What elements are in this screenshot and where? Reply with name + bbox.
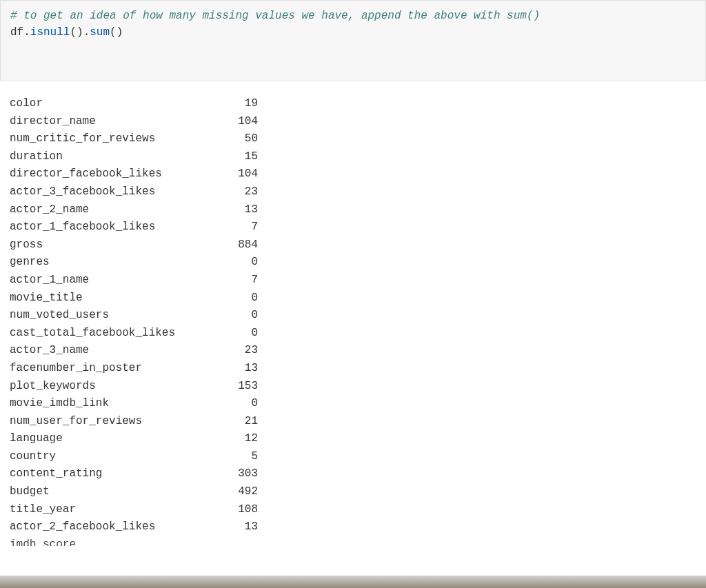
output-row: num_critic_for_reviews50 bbox=[10, 130, 696, 148]
code-method-1: isnull bbox=[30, 26, 70, 39]
output-column-name: cast_total_facebook_likes bbox=[10, 325, 203, 343]
output-row: num_voted_users0 bbox=[10, 307, 696, 325]
output-column-name: genres bbox=[10, 254, 203, 272]
output-column-name: color bbox=[10, 95, 203, 113]
output-row: actor_2_name13 bbox=[10, 201, 696, 219]
output-column-value: 23 bbox=[203, 342, 258, 360]
output-column-value: 15 bbox=[203, 148, 258, 166]
output-column-value: 50 bbox=[203, 130, 258, 148]
code-blank-line bbox=[10, 41, 696, 57]
output-column-value: 104 bbox=[203, 165, 258, 183]
output-row: movie_title0 bbox=[10, 290, 696, 307]
output-column-value: 492 bbox=[203, 483, 258, 501]
code-statement-line: df.isnull().sum() bbox=[10, 24, 696, 41]
code-variable: df bbox=[10, 26, 23, 39]
output-column-name: actor_3_facebook_likes bbox=[10, 183, 203, 201]
output-row: actor_3_name23 bbox=[10, 342, 696, 360]
output-column-value: 0 bbox=[203, 254, 258, 272]
output-column-value: 13 bbox=[203, 360, 258, 378]
window-bottom-edge bbox=[0, 576, 706, 588]
output-column-name: actor_1_facebook_likes bbox=[10, 219, 203, 236]
output-row: color19 bbox=[10, 95, 696, 113]
output-column-value: 153 bbox=[203, 378, 258, 396]
output-row: country5 bbox=[10, 448, 696, 466]
output-row: facenumber_in_poster13 bbox=[10, 360, 696, 378]
output-column-name: actor_2_facebook_likes bbox=[10, 518, 203, 536]
code-comment: # to get an idea of how many missing val… bbox=[10, 10, 540, 22]
output-column-value: 21 bbox=[203, 413, 258, 431]
output-column-name: facenumber_in_poster bbox=[10, 360, 203, 378]
output-row: duration15 bbox=[10, 148, 696, 166]
output-column-name: actor_1_name bbox=[10, 272, 203, 290]
output-row-partial: imdb_score bbox=[10, 536, 696, 546]
output-column-name: director_facebook_likes bbox=[10, 165, 203, 183]
output-row: language12 bbox=[10, 430, 696, 448]
output-column-value: 13 bbox=[203, 518, 258, 536]
output-column-value: 108 bbox=[203, 501, 258, 519]
output-row: genres0 bbox=[10, 254, 696, 272]
output-row: director_facebook_likes104 bbox=[10, 165, 696, 183]
output-row: actor_3_facebook_likes23 bbox=[10, 183, 696, 201]
output-column-name: language bbox=[10, 430, 203, 448]
output-column-name: num_user_for_reviews bbox=[10, 413, 203, 431]
output-row: budget492 bbox=[10, 483, 696, 501]
output-column-name: content_rating bbox=[10, 465, 203, 483]
output-row: actor_1_facebook_likes7 bbox=[10, 219, 696, 236]
output-column-name: director_name bbox=[10, 113, 203, 131]
code-comment-line: # to get an idea of how many missing val… bbox=[10, 8, 696, 24]
output-area: color19director_name104num_critic_for_re… bbox=[0, 81, 706, 546]
output-column-name: actor_3_name bbox=[10, 342, 203, 360]
output-column-value: 303 bbox=[203, 465, 258, 483]
output-column-name: num_voted_users bbox=[10, 307, 203, 325]
output-column-name: country bbox=[10, 448, 203, 466]
output-row: content_rating303 bbox=[10, 465, 696, 483]
output-column-value: 0 bbox=[203, 307, 258, 325]
output-column-name: actor_2_name bbox=[10, 201, 203, 219]
output-column-value: 12 bbox=[203, 430, 258, 448]
output-column-name: budget bbox=[10, 483, 203, 501]
output-row: movie_imdb_link0 bbox=[10, 395, 696, 413]
output-column-name: imdb_score bbox=[10, 536, 203, 546]
output-column-name: movie_imdb_link bbox=[10, 395, 203, 413]
output-column-value: 104 bbox=[203, 113, 258, 131]
output-column-name: num_critic_for_reviews bbox=[10, 130, 203, 148]
output-row: director_name104 bbox=[10, 113, 696, 131]
output-column-value: 23 bbox=[203, 183, 258, 201]
output-row: actor_1_name7 bbox=[10, 272, 696, 290]
output-row: title_year108 bbox=[10, 501, 696, 519]
output-row: actor_2_facebook_likes13 bbox=[10, 518, 696, 536]
code-method-2: sum bbox=[90, 26, 110, 39]
code-input-cell[interactable]: # to get an idea of how many missing val… bbox=[0, 0, 706, 81]
output-row: plot_keywords153 bbox=[10, 378, 696, 396]
output-column-name: gross bbox=[10, 236, 203, 254]
output-row: num_user_for_reviews21 bbox=[10, 413, 696, 431]
output-column-value: 0 bbox=[203, 325, 258, 343]
output-column-value: 7 bbox=[203, 272, 258, 290]
output-column-name: plot_keywords bbox=[10, 378, 203, 396]
output-column-name: movie_title bbox=[10, 290, 203, 307]
output-column-value: 13 bbox=[203, 201, 258, 219]
output-column-value: 884 bbox=[203, 236, 258, 254]
output-column-name: title_year bbox=[10, 501, 203, 519]
code-blank-line bbox=[10, 57, 696, 74]
output-row: cast_total_facebook_likes0 bbox=[10, 325, 696, 343]
output-column-value: 7 bbox=[203, 219, 258, 236]
output-row: gross884 bbox=[10, 236, 696, 254]
output-column-value: 19 bbox=[203, 95, 258, 113]
output-column-value: 0 bbox=[203, 395, 258, 413]
output-column-name: duration bbox=[10, 148, 203, 166]
output-column-value: 5 bbox=[203, 448, 258, 466]
output-column-value: 0 bbox=[203, 290, 258, 307]
